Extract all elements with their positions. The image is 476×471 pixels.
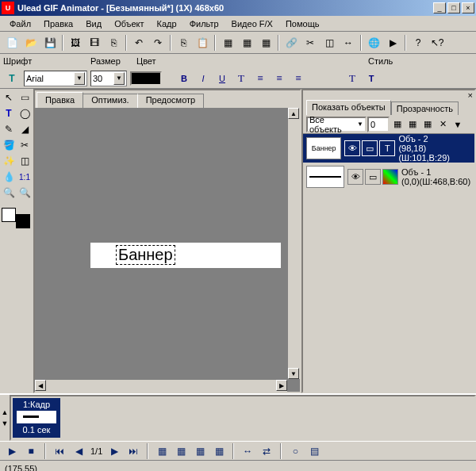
foreground-color[interactable] [2,208,16,222]
scroll-left-icon[interactable]: ◀ [35,380,46,391]
tab-optimize[interactable]: Оптимиз. [83,94,138,108]
frame-del-icon[interactable]: ▦ [257,34,274,52]
layer-merge-icon[interactable]: ▦ [405,117,420,132]
size-combo[interactable]: 30▼ [90,71,127,86]
vertical-text-button[interactable]: T [344,71,360,86]
lock-icon[interactable]: ▭ [362,140,378,156]
tween-button[interactable]: ↔ [240,444,255,458]
menu-file[interactable]: Файл [3,17,37,30]
italic-button[interactable]: I [195,71,211,86]
menu-frame[interactable]: Кадр [151,17,183,30]
tab-show-objects[interactable]: Показать объекты [306,100,391,115]
opacity-input[interactable]: 0 [367,117,390,132]
help-icon[interactable]: ? [409,34,427,52]
dup-frame-button[interactable]: ▦ [174,444,188,458]
eyedropper-tool[interactable]: 💧 [2,170,16,184]
frame-item[interactable]: 1:Кадр 0.1 сек [13,398,60,438]
timeline-down-icon[interactable]: ▼ [2,419,9,427]
object-row[interactable]: Баннер 👁 ▭ T Объ - 2 (98,18)(Ш:101,В:29) [303,134,474,163]
scroll-right-icon[interactable]: ▶ [276,380,287,391]
timeline-track[interactable]: 1:Кадр 0.1 сек [10,395,476,441]
undo-icon[interactable]: ↶ [130,34,148,52]
loop-button[interactable]: ○ [288,444,302,458]
paste-icon[interactable]: 📋 [194,34,211,52]
canvas[interactable]: Баннер [90,243,281,268]
align-right-button[interactable]: ≡ [290,71,306,86]
object-filter-combo[interactable]: Все объекть▼ [306,117,367,132]
transform-tool[interactable]: ◫ [17,154,32,168]
text-tool[interactable]: T [2,106,16,121]
scroll-down-icon[interactable]: ▼ [288,368,299,379]
canvas-viewport[interactable]: Баннер ▲ ▼ ◀ ▶ [35,108,300,392]
first-frame-button[interactable]: ⏮ [52,444,67,458]
menu-filter[interactable]: Фильтр [183,17,225,30]
zoom-11-tool[interactable]: 1:1 [17,170,32,184]
strike-button[interactable]: T [233,71,249,86]
align-left-button[interactable]: ≡ [252,71,268,86]
new-icon[interactable]: 📄 [3,34,21,52]
text-object[interactable]: Баннер [116,245,175,265]
vscrollbar[interactable]: ▲ ▼ [287,108,300,379]
prev-frame-button[interactable]: ◀ [71,444,86,458]
minimize-button[interactable]: _ [433,2,446,13]
save-icon[interactable]: 💾 [41,34,59,52]
wand-tool[interactable]: ✨ [2,154,16,168]
menu-edit[interactable]: Правка [37,17,79,30]
tab-transparency[interactable]: Прозрачность [391,101,459,115]
visibility-icon[interactable]: 👁 [344,140,360,156]
background-color[interactable] [16,214,30,228]
panel-close-icon[interactable]: × [468,90,473,98]
stop-button[interactable]: ■ [24,444,38,458]
zoom-out-tool[interactable]: 🔍 [17,186,32,200]
layer-down-icon[interactable]: ▼ [451,117,465,132]
link-icon[interactable]: 🔗 [282,34,300,52]
tab-edit[interactable]: Правка [36,92,83,108]
import-icon[interactable]: ⎘ [105,34,122,52]
crop-icon[interactable]: ◫ [321,34,338,52]
layer-up-icon[interactable]: ▦ [390,117,405,132]
whatsthis-icon[interactable]: ↖? [428,34,446,52]
maximize-button[interactable]: □ [447,2,460,13]
menu-help[interactable]: Помощь [279,17,326,30]
reverse-button[interactable]: ⇄ [259,444,274,458]
marquee-tool[interactable]: ▭ [17,90,32,105]
bold-button[interactable]: B [176,71,192,86]
redo-icon[interactable]: ↷ [149,34,167,52]
resize-icon[interactable]: ↔ [340,34,357,52]
frame-props-button[interactable]: ▦ [212,444,226,458]
hscrollbar[interactable]: ◀ ▶ [35,379,287,392]
del-frame-button[interactable]: ▦ [193,444,207,458]
fill-tool[interactable]: 🪣 [2,138,16,152]
frame-add-icon[interactable]: ▦ [219,34,236,52]
eraser-tool[interactable]: ◢ [17,122,32,136]
add-frame-button[interactable]: ▦ [155,444,169,458]
color-picker[interactable] [2,208,30,228]
copy-icon[interactable]: ⎘ [175,34,192,52]
settings-button[interactable]: ▤ [307,444,321,458]
play-button[interactable]: ▶ [5,444,19,458]
layer-dup-icon[interactable]: ▦ [420,117,435,132]
frame-dup-icon[interactable]: ▦ [238,34,255,52]
align-center-button[interactable]: ≡ [271,71,287,86]
menu-view[interactable]: Вид [79,17,108,30]
visibility-icon[interactable]: 👁 [347,169,363,185]
color-swatch[interactable] [130,71,162,86]
font-combo[interactable]: Arial▼ [24,71,87,86]
layer-del-icon[interactable]: ✕ [436,117,450,132]
lock-icon[interactable]: ▭ [365,169,381,185]
menu-videofx[interactable]: Видео F/X [225,17,279,30]
web-icon[interactable]: 🌐 [365,34,382,52]
object-row[interactable]: 👁 ▭ Объ - 1 (0,0)(Ш:468,В:60) [303,163,474,191]
shape-tool[interactable]: ◯ [17,106,32,121]
preview-icon[interactable]: ▶ [384,34,401,52]
underline-button[interactable]: U [214,71,230,86]
video-icon[interactable]: 🎞 [86,34,103,52]
pointer-tool[interactable]: ↖ [2,90,16,105]
zoom-in-tool[interactable]: 🔍 [2,186,16,200]
close-button[interactable]: × [462,2,474,13]
text-tool-icon[interactable]: T [3,70,21,87]
last-frame-button[interactable]: ⏭ [126,444,140,458]
crop-tool[interactable]: ✂ [17,138,32,152]
timeline-up-icon[interactable]: ▲ [2,408,9,416]
next-frame-button[interactable]: ▶ [107,444,121,458]
